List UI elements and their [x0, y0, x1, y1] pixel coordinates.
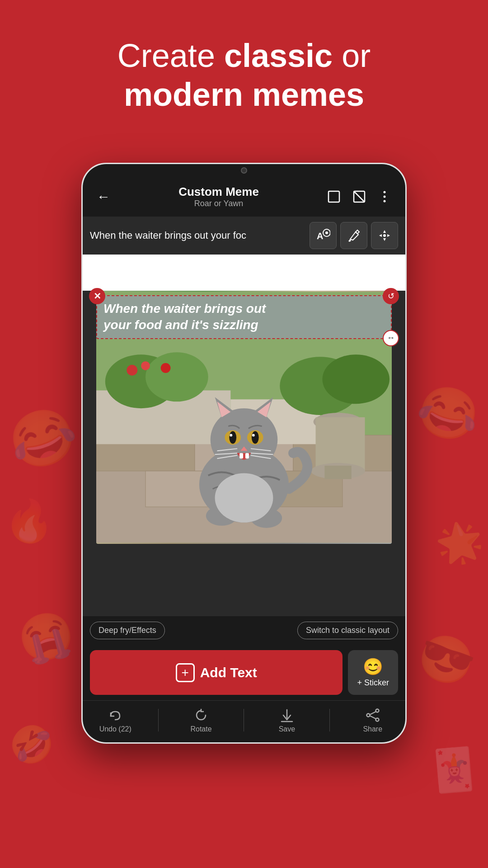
header-line1-classic: classic — [224, 38, 333, 74]
nav-divider-2 — [244, 709, 244, 731]
svg-text:A: A — [317, 231, 323, 241]
svg-point-13 — [383, 234, 386, 237]
svg-marker-9 — [383, 230, 386, 233]
text-rotate-button[interactable]: ↺ — [383, 288, 399, 304]
svg-point-5 — [384, 200, 386, 203]
app-subtitle: Roar or Yawn — [113, 199, 324, 208]
svg-point-57 — [215, 473, 273, 523]
svg-point-60 — [375, 709, 379, 712]
svg-line-63 — [370, 716, 376, 719]
svg-point-4 — [384, 196, 386, 198]
phone-notch — [83, 164, 405, 177]
nav-divider-1 — [158, 709, 159, 731]
svg-point-28 — [141, 361, 150, 370]
share-label: Share — [363, 725, 382, 733]
crop-button[interactable] — [349, 187, 369, 207]
move-button[interactable] — [371, 222, 398, 249]
svg-point-35 — [211, 408, 278, 471]
svg-rect-47 — [239, 453, 243, 458]
svg-point-24 — [145, 352, 208, 401]
svg-point-8 — [325, 231, 328, 234]
svg-marker-10 — [383, 238, 386, 241]
bottom-action-bar: Deep fry/Effects Switch to classic layou… — [83, 616, 405, 645]
text-overlay-content: When the waiter brings outyour food and … — [103, 301, 385, 334]
svg-point-26 — [322, 354, 389, 404]
sticker-button[interactable]: 😊 + Sticker — [348, 650, 398, 695]
nav-undo[interactable]: Undo (22) — [93, 707, 138, 733]
svg-marker-11 — [379, 234, 382, 237]
app-title: Custom Meme — [113, 185, 324, 199]
paint-fill-button[interactable] — [340, 222, 367, 249]
header-text: Create classic or modern memes — [0, 36, 488, 114]
svg-point-42 — [229, 431, 236, 444]
text-resize-button[interactable]: ↔ — [383, 330, 399, 346]
undo-label: Undo (22) — [99, 725, 131, 733]
nav-share[interactable]: Share — [350, 707, 395, 733]
square-frame-button[interactable] — [324, 187, 344, 207]
svg-point-27 — [127, 365, 137, 376]
app-header: ← Custom Meme Roar or Yawn — [83, 177, 405, 217]
text-input-bar: A — [83, 217, 405, 255]
svg-point-3 — [384, 191, 386, 193]
svg-point-61 — [375, 718, 379, 722]
text-overlay-box[interactable]: ✕ ↺ When the waiter brings outyour food … — [96, 295, 392, 339]
svg-line-2 — [354, 191, 365, 202]
svg-point-43 — [252, 431, 259, 444]
deep-fry-button[interactable]: Deep fry/Effects — [90, 622, 165, 639]
nav-rotate[interactable]: Rotate — [178, 707, 224, 733]
nav-divider-3 — [329, 709, 330, 731]
back-button[interactable]: ← — [94, 187, 113, 207]
svg-point-29 — [161, 363, 171, 373]
svg-rect-33 — [324, 466, 351, 479]
svg-point-44 — [230, 434, 232, 437]
header-icons — [324, 187, 394, 207]
svg-marker-12 — [387, 234, 390, 237]
app-title-group: Custom Meme Roar or Yawn — [113, 185, 324, 208]
svg-point-45 — [252, 434, 255, 437]
switch-layout-button[interactable]: Switch to classic layout — [297, 622, 398, 639]
svg-line-62 — [370, 712, 376, 715]
svg-rect-0 — [328, 191, 339, 202]
add-text-label: Add Text — [200, 665, 257, 680]
save-label: Save — [279, 725, 295, 733]
more-options-button[interactable] — [375, 187, 394, 207]
text-close-button[interactable]: ✕ — [89, 288, 105, 304]
canvas-area: ✕ ↺ When the waiter brings outyour food … — [83, 291, 405, 616]
header-line1-create: Create — [117, 38, 224, 74]
svg-rect-48 — [245, 453, 249, 458]
add-text-button[interactable]: + Add Text — [90, 650, 343, 695]
font-settings-button[interactable]: A — [310, 222, 337, 249]
header-line1-or: or — [333, 38, 371, 74]
header-line2: modern memes — [124, 76, 364, 113]
add-text-plus-icon: + — [176, 663, 195, 682]
add-text-row: + Add Text 😊 + Sticker — [83, 645, 405, 700]
phone-mockup: ← Custom Meme Roar or Yawn — [81, 163, 407, 744]
svg-point-59 — [366, 714, 370, 717]
svg-rect-31 — [316, 417, 365, 471]
camera-dot — [241, 167, 247, 174]
bottom-nav: Undo (22) Rotate Save — [83, 700, 405, 742]
nav-save[interactable]: Save — [264, 707, 310, 733]
text-input[interactable] — [90, 230, 306, 241]
rotate-label: Rotate — [190, 725, 211, 733]
sticker-label: + Sticker — [357, 678, 389, 688]
sticker-icon: 😊 — [363, 657, 383, 676]
